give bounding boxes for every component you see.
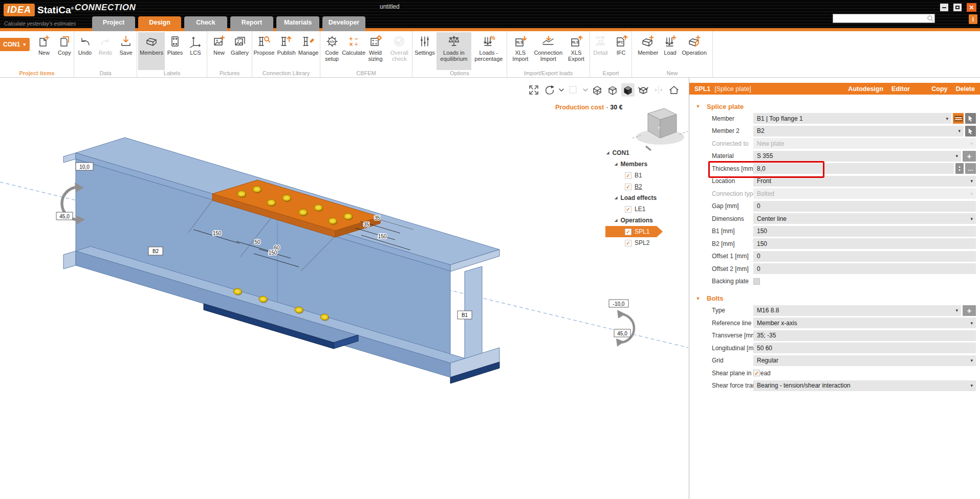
expand-arrow-icon[interactable]: ◢	[615, 218, 617, 222]
tab-report[interactable]: Report	[230, 16, 273, 31]
dropdown-material[interactable]: S 355▾	[753, 151, 961, 162]
add-new-button[interactable]: +	[963, 151, 976, 162]
chevron-down-icon[interactable]: ▾	[970, 358, 974, 363]
visibility-checkbox[interactable]: ✓	[625, 172, 631, 179]
tree-item-load-effects[interactable]: ◢Load effects	[605, 192, 686, 203]
pick-in-scene-button[interactable]	[965, 113, 976, 124]
fit-icon[interactable]	[527, 83, 540, 97]
chevron-down-icon[interactable]: ▾	[946, 116, 950, 121]
3d-scene[interactable]: 150 50 60 150 35 35 150 10,0	[0, 78, 688, 499]
ribbon-button-manage[interactable]: Manage	[297, 32, 320, 70]
search-input[interactable]	[833, 15, 926, 22]
active-connection-selector[interactable]: CON1▾	[0, 38, 30, 51]
dropdown-member[interactable]: B1 | Top flange 1▾	[753, 113, 951, 124]
rotate-icon[interactable]	[542, 83, 556, 97]
beam-solid[interactable]	[63, 138, 499, 383]
collapse-arrow-icon[interactable]: ▼	[689, 104, 707, 109]
tree-item-members[interactable]: ◢Members	[605, 158, 686, 170]
pick-in-scene-button[interactable]	[965, 126, 976, 137]
chevron-down-icon[interactable]: ▾	[970, 321, 974, 326]
tree-item-le1[interactable]: ✓LE1	[605, 203, 686, 215]
cube-wire-icon[interactable]	[591, 83, 604, 97]
cube-open-icon[interactable]	[637, 83, 650, 97]
tab-developer[interactable]: Developer	[322, 16, 365, 31]
chevron-down-icon[interactable]: ▾	[955, 308, 960, 313]
tab-check[interactable]: Check	[184, 16, 227, 31]
ribbon-button-xls-export[interactable]: XLSXLS Export	[563, 32, 590, 70]
tab-project[interactable]: Project	[92, 16, 135, 31]
ribbon-button-new[interactable]: New	[34, 32, 54, 70]
chevron-down-icon[interactable]: ▾	[970, 178, 974, 184]
collapse-arrow-icon[interactable]: ▼	[689, 296, 707, 301]
flange-select-button[interactable]	[953, 113, 964, 124]
ribbon-button-loads-percentage[interactable]: %Loads - percentage	[471, 32, 506, 70]
input-longitudinal-mm[interactable]: 50 60	[753, 343, 976, 353]
input-offset-1-mm[interactable]: 0	[753, 251, 976, 262]
tree-item-b1[interactable]: ✓B1	[605, 170, 686, 181]
expand-arrow-icon[interactable]: ◢	[606, 151, 609, 155]
ribbon-button-undo[interactable]: Undo	[75, 32, 95, 70]
dropdown-shear-force-transfer[interactable]: Bearing - tension/shear interaction▾	[753, 380, 976, 391]
input-b1-mm[interactable]: 150	[753, 226, 976, 237]
visibility-checkbox[interactable]: ✓	[625, 206, 631, 213]
cube-half-icon[interactable]	[606, 83, 619, 97]
visibility-checkbox[interactable]: ✓	[625, 229, 631, 235]
ribbon-button-copy[interactable]: Copy	[54, 32, 75, 70]
value-spinner[interactable]: ▲▼	[955, 163, 964, 174]
tree-item-con1[interactable]: ◢CON1	[605, 147, 686, 158]
ribbon-button-lcs[interactable]: LCS	[185, 32, 206, 70]
tab-design[interactable]: Design	[138, 16, 181, 31]
ribbon-button-weld-sizing[interactable]: + −× ÷Weld sizing	[364, 32, 387, 70]
ribbon-button-calculate[interactable]: + −× ÷Calculate	[343, 32, 364, 70]
editor-button[interactable]: Editor	[891, 85, 910, 93]
tab-materials[interactable]: Materials	[276, 16, 319, 31]
ribbon-button-xls-import[interactable]: XLSXLS Import	[507, 32, 534, 70]
chevron-down-icon[interactable]: ▾	[958, 128, 962, 133]
dropdown-dimensions[interactable]: Center line▾	[753, 213, 976, 224]
ribbon-button-propose[interactable]: Propose	[252, 32, 276, 70]
chevron-down-icon[interactable]: ▾	[970, 216, 974, 221]
cube-solid-icon[interactable]	[621, 83, 635, 97]
ribbon-button-loads-in-equilibrium[interactable]: Loads in equilibrium	[437, 32, 471, 70]
minimize-icon[interactable]	[940, 4, 948, 11]
ribbon-button-ifc[interactable]: IFCIFC	[611, 32, 631, 70]
add-new-button[interactable]: +	[963, 305, 976, 316]
ribbon-button-operation[interactable]: Operation	[681, 32, 708, 70]
checkbox-shear-plane-in-thread[interactable]: ✓	[753, 370, 760, 376]
maximize-icon[interactable]	[953, 4, 962, 11]
expand-arrow-icon[interactable]: ◢	[615, 162, 617, 166]
tree-item-spl2[interactable]: ✓SPL2	[605, 237, 686, 248]
dropdown-member-2[interactable]: B2▾	[753, 126, 964, 137]
input-transverse-mm[interactable]: 35; -35	[753, 330, 976, 341]
section-title-splice-plate[interactable]: ▼Splice plate	[689, 102, 980, 111]
section-title-bolts[interactable]: ▼Bolts	[689, 294, 980, 303]
autodesign-button[interactable]: Autodesign	[848, 85, 883, 93]
checkbox-backing-plate[interactable]	[753, 278, 760, 285]
more-options-button[interactable]: …	[965, 163, 976, 174]
ribbon-button-new[interactable]: New	[209, 32, 229, 70]
input-offset-2-mm[interactable]: 0	[753, 263, 976, 274]
tree-item-b2[interactable]: ✓B2	[605, 181, 686, 192]
home-icon[interactable]	[667, 83, 681, 97]
chevron-icon[interactable]	[558, 83, 564, 97]
ribbon-button-code-setup[interactable]: </>Code setup	[320, 32, 343, 70]
3d-viewport[interactable]: 150 50 60 150 35 35 150 10,0	[0, 78, 688, 499]
orientation-cube[interactable]: Y	[633, 108, 688, 150]
ribbon-button-plates[interactable]: Plates	[165, 32, 185, 70]
ribbon-button-settings[interactable]: Settings	[413, 32, 437, 70]
search-box[interactable]	[833, 14, 935, 23]
dropdown-location[interactable]: Front▾	[753, 176, 976, 187]
visibility-checkbox[interactable]: ✓	[625, 240, 631, 246]
ribbon-button-gallery[interactable]: Gallery	[229, 32, 250, 70]
tree-item-spl1[interactable]: ✓SPL1	[605, 226, 663, 237]
input-thickness-mm[interactable]: 8,0	[753, 163, 954, 174]
input-b2-mm[interactable]: 150	[753, 238, 976, 249]
dropdown-reference-line[interactable]: Member x-axis▾	[753, 317, 976, 328]
expand-arrow-icon[interactable]: ◢	[615, 196, 617, 200]
ribbon-button-connection-import[interactable]: Connection Import	[534, 32, 563, 70]
dropdown-grid[interactable]: Regular▾	[753, 355, 976, 366]
chevron-down-icon[interactable]: ▾	[955, 153, 960, 158]
info-icon[interactable]: i	[969, 14, 977, 24]
visibility-checkbox[interactable]: ✓	[625, 184, 631, 190]
dropdown-type[interactable]: M16 8.8▾	[753, 305, 961, 316]
